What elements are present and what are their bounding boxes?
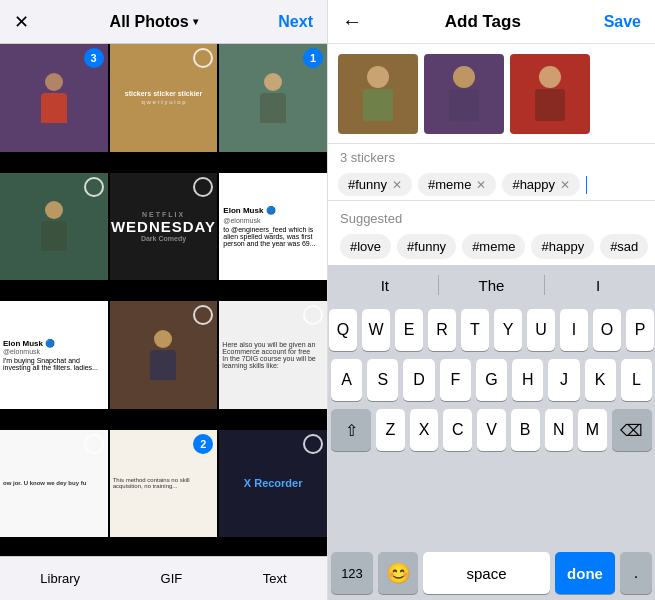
keyboard-bottom-row: 123 😊 space done . [328, 552, 655, 600]
key-g[interactable]: G [476, 359, 507, 401]
keyboard-predictions-bar: It The I [328, 265, 655, 305]
selection-badge: 2 [193, 434, 213, 454]
key-b[interactable]: B [511, 409, 540, 451]
right-header: ← Add Tags Save [328, 0, 655, 44]
key-i[interactable]: I [560, 309, 588, 351]
key-c[interactable]: C [443, 409, 472, 451]
key-y[interactable]: Y [494, 309, 522, 351]
circle-select [84, 434, 104, 454]
remove-tag-happy[interactable]: ✕ [560, 178, 570, 192]
dropdown-icon: ▾ [193, 16, 198, 27]
prediction-divider [438, 275, 439, 295]
prediction-divider [544, 275, 545, 295]
keyboard-row-2: A S D F G H J K L [331, 359, 652, 401]
tab-gif[interactable]: GIF [151, 571, 193, 586]
circle-select [303, 177, 323, 197]
numbers-key[interactable]: 123 [331, 552, 373, 594]
suggested-section: Suggested #love #funny #meme #happy #sad [328, 201, 655, 265]
key-t[interactable]: T [461, 309, 489, 351]
photo-cell[interactable]: Here also you will be given an Ecommerce… [219, 301, 327, 409]
key-m[interactable]: M [578, 409, 607, 451]
photo-grid: 3 stickers sticker stickier q w e r t y … [0, 44, 327, 556]
suggested-tag-meme[interactable]: #meme [462, 234, 525, 259]
period-key[interactable]: . [620, 552, 652, 594]
prediction-it[interactable]: It [338, 277, 432, 294]
right-panel: ← Add Tags Save [327, 0, 655, 600]
selection-badge: 1 [303, 48, 323, 68]
tag-chip-meme[interactable]: #meme ✕ [418, 173, 496, 196]
suggested-label: Suggested [340, 211, 643, 226]
photo-cell[interactable] [110, 301, 218, 409]
photo-cell[interactable]: This method contains no skill acquisitio… [110, 430, 218, 538]
selection-badge: 3 [84, 48, 104, 68]
done-key[interactable]: done [555, 552, 615, 594]
save-button[interactable]: Save [604, 13, 641, 31]
page-title: Add Tags [445, 12, 521, 32]
selected-photos-strip [328, 44, 655, 144]
key-v[interactable]: V [477, 409, 506, 451]
photo-cell[interactable] [0, 173, 108, 281]
space-key[interactable]: space [423, 552, 550, 594]
album-title[interactable]: All Photos ▾ [110, 13, 198, 31]
delete-key[interactable]: ⌫ [612, 409, 652, 451]
photo-cell[interactable]: 3 [0, 44, 108, 152]
close-button[interactable]: ✕ [14, 11, 29, 33]
circle-select [193, 177, 213, 197]
suggested-tag-sad[interactable]: #sad [600, 234, 648, 259]
tab-text[interactable]: Text [253, 571, 297, 586]
suggested-tags: #love #funny #meme #happy #sad [340, 234, 643, 259]
key-z[interactable]: Z [376, 409, 405, 451]
key-l[interactable]: L [621, 359, 652, 401]
left-header: ✕ All Photos ▾ Next [0, 0, 327, 44]
tab-library[interactable]: Library [30, 571, 90, 586]
remove-tag-funny[interactable]: ✕ [392, 178, 402, 192]
key-r[interactable]: R [428, 309, 456, 351]
key-f[interactable]: F [440, 359, 471, 401]
key-h[interactable]: H [512, 359, 543, 401]
photo-cell[interactable]: Elon Musk 🔵 @elonmusk I'm buying Snapcha… [0, 301, 108, 409]
photo-cell[interactable]: NETFLIX WEDNESDAY Dark Comedy [110, 173, 218, 281]
next-button[interactable]: Next [278, 13, 313, 31]
shift-key[interactable]: ⇧ [331, 409, 371, 451]
album-title-text: All Photos [110, 13, 189, 31]
circle-select [84, 177, 104, 197]
keyboard-rows: Q W E R T Y U I O P A S D F G H J K [328, 305, 655, 552]
back-button[interactable]: ← [342, 10, 362, 33]
text-cursor [586, 176, 587, 194]
suggested-tag-funny[interactable]: #funny [397, 234, 456, 259]
emoji-key[interactable]: 😊 [378, 552, 418, 594]
key-q[interactable]: Q [329, 309, 357, 351]
circle-select [303, 434, 323, 454]
photo-cell[interactable]: ow jor. U know we dey buy fu [0, 430, 108, 538]
key-e[interactable]: E [395, 309, 423, 351]
tag-chip-funny[interactable]: #funny ✕ [338, 173, 412, 196]
prediction-i[interactable]: I [551, 277, 645, 294]
prediction-the[interactable]: The [445, 277, 539, 294]
key-x[interactable]: X [410, 409, 439, 451]
stickers-count: 3 stickers [328, 144, 655, 169]
selected-thumb-3 [510, 54, 590, 134]
photo-cell[interactable]: Elon Musk 🔵 @elonmusk to @engineers_feed… [219, 173, 327, 281]
key-a[interactable]: A [331, 359, 362, 401]
key-p[interactable]: P [626, 309, 654, 351]
left-footer: Library GIF Text [0, 556, 327, 600]
key-u[interactable]: U [527, 309, 555, 351]
remove-tag-meme[interactable]: ✕ [476, 178, 486, 192]
photo-cell[interactable]: X Recorder [219, 430, 327, 538]
photo-cell[interactable]: stickers sticker stickier q w e r t y u … [110, 44, 218, 152]
key-n[interactable]: N [545, 409, 574, 451]
circle-select [303, 305, 323, 325]
suggested-tag-love[interactable]: #love [340, 234, 391, 259]
selected-thumb-1 [338, 54, 418, 134]
suggested-tag-happy[interactable]: #happy [531, 234, 594, 259]
keyboard-row-3: ⇧ Z X C V B N M ⌫ [331, 409, 652, 451]
key-o[interactable]: O [593, 309, 621, 351]
key-s[interactable]: S [367, 359, 398, 401]
key-d[interactable]: D [403, 359, 434, 401]
tag-chip-happy[interactable]: #happy ✕ [502, 173, 580, 196]
key-j[interactable]: J [548, 359, 579, 401]
photo-cell[interactable]: 1 [219, 44, 327, 152]
key-k[interactable]: K [585, 359, 616, 401]
keyboard-row-1: Q W E R T Y U I O P [331, 309, 652, 351]
key-w[interactable]: W [362, 309, 390, 351]
